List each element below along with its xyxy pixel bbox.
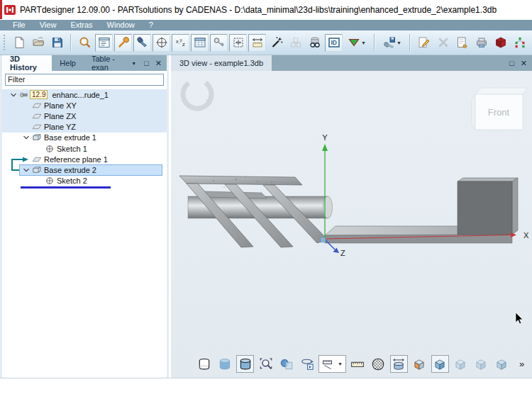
tab-label: 3D History: [10, 55, 44, 72]
preview-glasses-icon: [309, 36, 321, 49]
tree-row-enhanc-rude-1[interactable]: 12.9enhanc...rude_1: [2, 89, 167, 100]
viewer-tab[interactable]: 3D view - example1.3db: [171, 55, 272, 71]
chevron-expanded-icon[interactable]: [8, 89, 18, 100]
toolbar-overflow-button[interactable]: »: [519, 359, 524, 369]
panel-maximize-button[interactable]: □: [144, 59, 149, 67]
sketcher-button[interactable]: [153, 34, 170, 52]
menu-extras[interactable]: Extras: [63, 20, 99, 30]
view-cube[interactable]: Front: [472, 88, 527, 130]
filter-input[interactable]: [5, 74, 164, 86]
id-badge-icon: ID: [328, 36, 340, 49]
variant-tree-button[interactable]: [511, 34, 528, 52]
3d-viewport[interactable]: Front: [171, 71, 532, 378]
viewer-toolbar: ▼»: [195, 354, 524, 373]
viewer-close-button[interactable]: ✕: [521, 59, 527, 68]
mesh-sphere-button[interactable]: [370, 355, 387, 373]
cylinder-shaded-edges-button[interactable]: [236, 355, 254, 373]
zoom-search-button[interactable]: [76, 34, 94, 52]
edit-sheet-button[interactable]: [453, 34, 471, 52]
cube-transparent-3-button[interactable]: [493, 355, 511, 373]
mesh-sphere-icon: [371, 357, 385, 371]
toolbar-separator: [374, 34, 375, 51]
tree-row-label: Sketch 1: [57, 145, 87, 153]
key-attributes-button[interactable]: [210, 34, 228, 52]
menu-window[interactable]: Window: [100, 20, 142, 30]
app-icon: [4, 5, 16, 15]
toolbar-grip: [4, 35, 5, 50]
bottom-strip: [0, 378, 532, 399]
tree-row-base-extrude-2[interactable]: Base extrude 2: [2, 164, 167, 175]
export-machine-button[interactable]: [472, 34, 490, 52]
cube-solid-button[interactable]: [431, 355, 449, 373]
cube-orange-face-button[interactable]: [411, 355, 428, 373]
extrude-icon: [31, 133, 42, 143]
cylinder-wireframe-button[interactable]: [195, 355, 213, 373]
tree-row-sketch-1[interactable]: Sketch 1: [2, 143, 167, 154]
tree-row-label: Sketch 2: [57, 176, 87, 185]
dimension-ruler-button[interactable]: [248, 34, 266, 52]
new-document-button[interactable]: [10, 34, 28, 52]
variables-xyz-button[interactable]: xyz: [172, 34, 189, 52]
cube-transparent-3-icon: [494, 357, 509, 371]
dropdown-caret-icon[interactable]: ▼: [338, 361, 343, 366]
tab-table-exan[interactable]: Table - exan▼: [84, 55, 144, 71]
cube-transparent-1-button[interactable]: [452, 355, 470, 373]
measure-grid-combo[interactable]: ▼: [318, 355, 346, 373]
viewer-maximize-button[interactable]: □: [509, 59, 514, 67]
variant-tree-icon: [514, 36, 526, 49]
tree-row-label: Plane YZ: [44, 123, 76, 131]
tab-help[interactable]: Help: [52, 55, 84, 71]
menu-item-4[interactable]: ?: [142, 20, 160, 30]
tab-label: Help: [60, 59, 76, 67]
magic-wand-button[interactable]: [267, 34, 285, 52]
tree-row-base-extrude-1[interactable]: Base extrude 1: [2, 133, 167, 143]
tree-row-label: Plane ZX: [44, 112, 76, 120]
red-cube-button[interactable]: [492, 34, 509, 52]
dimension-frame-button[interactable]: [229, 34, 247, 52]
animation-button[interactable]: [298, 355, 316, 373]
screw-part-button[interactable]: [133, 34, 151, 52]
plane-icon: [31, 100, 42, 111]
titlebar: PARTdesigner 12.09.00 - PARTsolutions by…: [0, 0, 532, 20]
preview-glasses-button[interactable]: [306, 34, 323, 52]
open-folder-button[interactable]: [29, 34, 47, 52]
cube-transparent-2-button[interactable]: [472, 355, 490, 373]
plane-icon: [31, 122, 42, 133]
assembly-button[interactable]: [287, 34, 304, 52]
menu-view[interactable]: View: [33, 20, 64, 30]
dimension-cylinder-button[interactable]: [390, 355, 408, 373]
screw-save-button[interactable]: ▼: [379, 34, 405, 52]
part-bolt-icon: [18, 89, 29, 100]
view-cube-label: Front: [488, 107, 510, 118]
panel-close-button[interactable]: ✕: [155, 59, 162, 68]
tree-row-plane-xy[interactable]: Plane XY: [2, 100, 167, 111]
id-badge-button[interactable]: ID: [325, 34, 343, 52]
transparency-button[interactable]: [277, 355, 295, 373]
sketch-icon: [44, 176, 55, 186]
ruler-button[interactable]: [349, 355, 367, 373]
edit-pencil-button[interactable]: [415, 34, 433, 52]
assembly-icon: [289, 36, 302, 49]
plane-icon: [31, 111, 42, 121]
chevron-expanded-icon[interactable]: [21, 133, 31, 143]
window-title: PARTdesigner 12.09.00 - PARTsolutions by…: [20, 5, 497, 15]
delete-x-button[interactable]: [434, 34, 452, 52]
zoom-window-button[interactable]: [257, 355, 275, 373]
save-button[interactable]: [48, 34, 66, 52]
tree-row-plane-yz[interactable]: Plane YZ: [2, 122, 167, 133]
value-table-button[interactable]: [191, 34, 209, 52]
cube-transparent-1-icon: [453, 357, 467, 371]
sketcher-icon: [155, 36, 168, 49]
viewer-panel: 3D view - example1.3db □ ✕: [171, 55, 532, 378]
viewer-header: 3D view - example1.3db □ ✕: [171, 55, 532, 71]
tree-row-sketch-2[interactable]: Sketch 2: [2, 176, 167, 186]
green-check-arrow-button[interactable]: ▼: [344, 34, 370, 52]
tab-3d-history[interactable]: 3D History: [2, 55, 52, 71]
cylinder-shaded-button[interactable]: [216, 355, 233, 373]
cube-transparent-2-icon: [474, 357, 488, 371]
tree-row-plane-zx[interactable]: Plane ZX: [2, 111, 167, 121]
wrench-features-button[interactable]: [114, 34, 132, 52]
chevron-expanded-icon[interactable]: [21, 164, 31, 175]
history-panel-button[interactable]: [95, 34, 113, 52]
menu-file[interactable]: File: [6, 20, 33, 30]
